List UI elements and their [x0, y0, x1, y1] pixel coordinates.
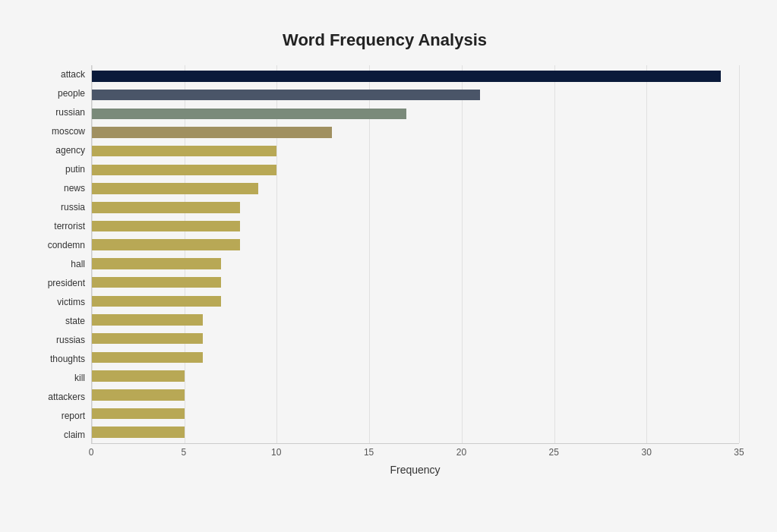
- x-tick: 10: [271, 447, 281, 458]
- bar: [92, 389, 185, 400]
- x-tick: 0: [89, 447, 94, 458]
- chart-title: Word Frequency Analysis: [30, 30, 739, 50]
- bars-and-grid: [91, 65, 739, 444]
- bar-row: [92, 67, 739, 86]
- bar: [92, 183, 258, 194]
- bar-row: [92, 254, 739, 273]
- bar-row: [92, 123, 739, 142]
- bar: [92, 277, 221, 288]
- bar-row: [92, 161, 739, 180]
- bar: [92, 427, 185, 437]
- bar: [92, 202, 240, 212]
- y-label: attack: [30, 65, 91, 84]
- bar-row: [92, 198, 739, 217]
- y-label: putin: [30, 160, 91, 179]
- bar-row: [92, 179, 739, 198]
- bar: [92, 239, 240, 250]
- x-tick: 5: [182, 447, 187, 458]
- x-axis: 05101520253035: [91, 444, 739, 447]
- bar-row: [92, 405, 739, 423]
- bar: [92, 109, 406, 119]
- y-label: hall: [30, 255, 91, 274]
- bar: [92, 370, 185, 381]
- y-label: condemn: [30, 236, 91, 255]
- x-axis-label: Frequency: [91, 464, 739, 476]
- bar: [92, 127, 332, 137]
- bar: [92, 333, 203, 344]
- y-label: news: [30, 179, 91, 198]
- chart-area: attackpeoplerussianmoscowagencyputinnews…: [30, 65, 739, 476]
- bar-row: [92, 423, 739, 442]
- x-tick: 35: [734, 447, 744, 458]
- bar: [92, 352, 203, 363]
- y-label: terrorist: [30, 217, 91, 236]
- bar: [92, 296, 221, 307]
- y-label: russias: [30, 330, 91, 349]
- y-label: people: [30, 84, 91, 103]
- y-label: kill: [30, 368, 91, 387]
- bar-row: [92, 386, 739, 405]
- y-label: victims: [30, 292, 91, 311]
- bar-row: [92, 142, 739, 161]
- bar-row: [92, 291, 739, 310]
- bar-rows: [92, 65, 739, 443]
- bar-row: [92, 217, 739, 236]
- y-label: claim: [30, 425, 91, 444]
- bar-row: [92, 273, 739, 292]
- bar-row: [92, 329, 739, 348]
- y-label: state: [30, 311, 91, 330]
- y-label: russia: [30, 198, 91, 217]
- bar: [92, 71, 721, 81]
- x-tick: 30: [641, 447, 651, 458]
- y-label: report: [30, 406, 91, 425]
- bar: [92, 221, 240, 231]
- bar: [92, 314, 203, 325]
- x-tick: 20: [456, 447, 466, 458]
- bar: [92, 146, 276, 156]
- bar: [92, 408, 185, 419]
- chart-container: Word Frequency Analysis attackpeopleruss…: [15, 15, 762, 532]
- bar-row: [92, 86, 739, 105]
- bar: [92, 258, 221, 269]
- x-tick: 15: [364, 447, 374, 458]
- bar-row: [92, 367, 739, 386]
- y-label: attackers: [30, 387, 91, 406]
- y-label: agency: [30, 141, 91, 160]
- x-tick: 25: [549, 447, 559, 458]
- bar: [92, 90, 480, 100]
- bar-row: [92, 310, 739, 329]
- y-labels: attackpeoplerussianmoscowagencyputinnews…: [30, 65, 91, 444]
- y-label: president: [30, 273, 91, 292]
- grid-line: [739, 65, 740, 443]
- y-label: moscow: [30, 122, 91, 141]
- bar-row: [92, 235, 739, 254]
- bars-section: attackpeoplerussianmoscowagencyputinnews…: [30, 65, 739, 444]
- bar-row: [92, 348, 739, 367]
- bar: [92, 165, 276, 175]
- y-label: russian: [30, 103, 91, 122]
- bar-row: [92, 104, 739, 123]
- y-label: thoughts: [30, 349, 91, 368]
